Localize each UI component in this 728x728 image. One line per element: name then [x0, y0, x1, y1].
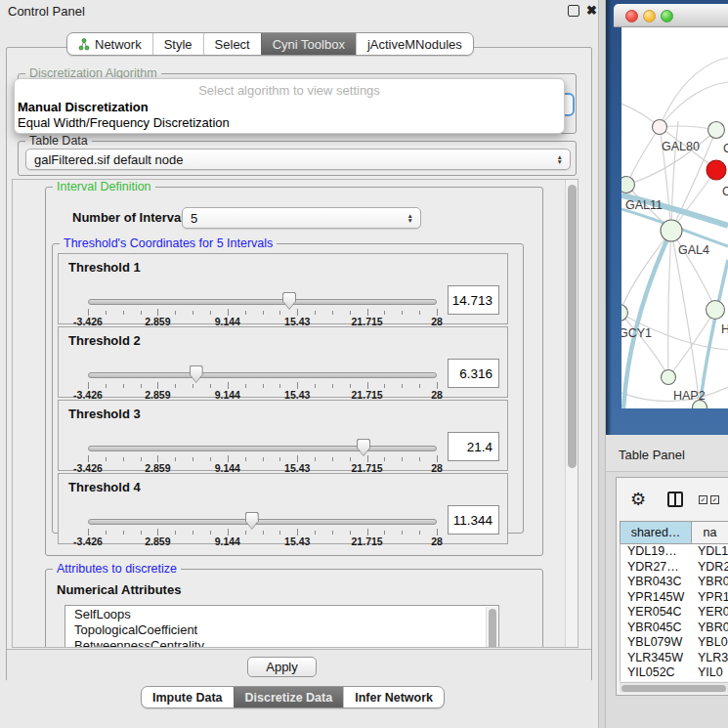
numerical-attributes-list[interactable]: SelfLoopsTopologicalCoefficientBetweenne…	[64, 605, 499, 648]
table-row[interactable]: YIL052CYIL0	[621, 665, 728, 681]
dropdown-prompt: Select algorithm to view settings	[15, 83, 564, 98]
panel-divider[interactable]	[598, 0, 606, 728]
cell-shared-name[interactable]: YER054C	[621, 605, 692, 621]
cell-shared-name[interactable]: YBL079W	[621, 635, 692, 651]
slider-track[interactable]	[88, 446, 437, 451]
tab-infer-network[interactable]: Infer Network	[343, 687, 444, 707]
network-node-gal4[interactable]	[661, 220, 682, 241]
network-node-gal11[interactable]	[621, 177, 635, 193]
threshold-value-field[interactable]: 11.344	[448, 505, 499, 535]
tab-impute-data[interactable]: Impute Data	[142, 687, 234, 707]
network-node-ga[interactable]	[708, 122, 725, 139]
table-row[interactable]: YBL079WYBL0	[621, 635, 728, 651]
cell-name[interactable]: YBR0	[692, 621, 728, 636]
mac-close-icon[interactable]	[625, 10, 638, 22]
scrollbar-thumb[interactable]	[568, 185, 577, 468]
cell-shared-name[interactable]: YBR045C	[621, 621, 692, 636]
network-edge[interactable]	[668, 231, 671, 377]
tab-network[interactable]: Network	[67, 33, 152, 55]
close-icon[interactable]: ✖	[586, 3, 597, 18]
network-edge[interactable]	[626, 130, 716, 185]
tab-discretize-data[interactable]: Discretize Data	[234, 687, 344, 707]
settings-vertical-scrollbar[interactable]	[565, 180, 578, 647]
column-header-name[interactable]: na	[692, 522, 728, 543]
apply-button[interactable]: Apply	[247, 657, 317, 677]
network-window-titlebar[interactable]	[614, 4, 728, 27]
network-graph[interactable]: GAL80GACGAL11GAL4GCY1HHAP2	[621, 27, 728, 408]
tab-cyni-toolbox[interactable]: Cyni Toolbox	[261, 33, 356, 55]
tick-mark	[297, 309, 298, 316]
network-edge[interactable]	[660, 82, 728, 127]
mac-minimize-icon[interactable]	[643, 10, 656, 22]
table-row[interactable]: YER054CYER0	[621, 605, 728, 621]
tick-mark	[141, 311, 142, 315]
dropdown-option-manual[interactable]: Manual Discretization	[18, 100, 149, 114]
float-window-icon[interactable]	[568, 5, 579, 17]
cell-shared-name[interactable]: YIL052C	[621, 665, 692, 681]
table-row[interactable]: YPR145WYPR1	[621, 590, 728, 606]
network-node-h[interactable]	[707, 301, 725, 320]
attribute-list-item[interactable]: TopologicalCoefficient	[65, 621, 498, 637]
settings-gear-icon[interactable]: ⚙	[630, 489, 646, 510]
table-data-combo[interactable]: galFiltered.sif default node ▲▼	[25, 149, 571, 170]
split-columns-icon[interactable]	[667, 492, 683, 507]
table-horizontal-scrollbar[interactable]	[620, 682, 728, 693]
scrollbar-thumb[interactable]	[489, 609, 496, 648]
threshold-label: Threshold 2	[68, 333, 141, 348]
cell-shared-name[interactable]: YBR043C	[621, 575, 692, 590]
table-row[interactable]: YLR345WYLR3	[621, 651, 728, 666]
mac-zoom-icon[interactable]	[661, 10, 673, 22]
attribute-list-item[interactable]: BetweennessCentrality	[65, 637, 498, 648]
network-node-gcy1[interactable]	[621, 305, 628, 321]
threshold-value-field[interactable]: 6.316	[448, 359, 499, 388]
cell-shared-name[interactable]: YPR145W	[621, 590, 692, 606]
threshold-value-field[interactable]: 14.713	[448, 285, 499, 315]
list-scrollbar[interactable]	[486, 607, 497, 648]
column-header-shared-name[interactable]: shared…	[621, 522, 692, 543]
number-of-intervals-combo[interactable]: 5 ▲▼	[182, 207, 421, 229]
dropdown-option-equal-width[interactable]: Equal Width/Frequency Discretization	[18, 115, 230, 130]
slider-track[interactable]	[88, 519, 437, 525]
cell-name[interactable]: YDR2	[692, 560, 728, 576]
network-canvas[interactable]: GAL80GACGAL11GAL4GCY1HHAP2	[621, 27, 728, 408]
column-checkbox-icon[interactable]: ✓	[699, 495, 707, 504]
cell-name[interactable]: YIL0	[692, 665, 728, 681]
slider-thumb[interactable]	[282, 292, 296, 310]
tick-mark	[88, 382, 89, 389]
attribute-list-item[interactable]: SelfLoops	[65, 606, 498, 621]
tick-mark	[193, 384, 193, 388]
network-edge[interactable]	[660, 58, 728, 127]
cell-shared-name[interactable]: YDL19…	[621, 544, 692, 560]
table-row[interactable]: YBR045CYBR0	[621, 621, 728, 636]
network-node-hap2[interactable]	[662, 370, 676, 385]
table-body[interactable]: YDL19…YDL1YDR27…YDR2YBR043CYBR0YPR145WYP…	[620, 544, 728, 681]
scrollbar-thumb[interactable]	[621, 685, 726, 692]
slider-thumb[interactable]	[245, 512, 259, 530]
column-checkbox-icon[interactable]: ✓	[710, 495, 719, 504]
slider-track[interactable]	[88, 299, 437, 305]
threshold-value-field[interactable]: 21.4	[448, 432, 499, 461]
slider-thumb[interactable]	[357, 439, 370, 456]
cell-name[interactable]: YBR0	[692, 575, 728, 590]
tab-select[interactable]: Select	[203, 33, 261, 55]
cell-name[interactable]: YPR1	[692, 590, 728, 606]
table-row[interactable]: YDR27…YDR2	[621, 560, 728, 576]
table-row[interactable]: YBR043CYBR0	[621, 575, 728, 590]
tick-mark	[402, 531, 403, 535]
network-edge[interactable]	[671, 231, 700, 407]
table-row[interactable]: YDL19…YDL1	[621, 544, 728, 560]
slider-thumb[interactable]	[190, 365, 203, 383]
cell-name[interactable]: YLR3	[692, 651, 728, 666]
slider-track[interactable]	[88, 372, 437, 378]
cell-name[interactable]: YER0	[692, 605, 728, 621]
tick-mark	[437, 455, 438, 462]
cell-name[interactable]: YDL1	[692, 544, 728, 560]
tab-jactivemnodules[interactable]: jActiveMNodules	[356, 33, 473, 55]
cell-name[interactable]: YBL0	[692, 635, 728, 651]
tab-style[interactable]: Style	[152, 33, 203, 55]
cell-shared-name[interactable]: YDR27…	[621, 560, 692, 576]
network-edge[interactable]	[626, 127, 660, 185]
network-node-c[interactable]	[707, 160, 726, 180]
cell-shared-name[interactable]: YLR345W	[621, 651, 692, 666]
network-node-gal80[interactable]	[653, 120, 667, 135]
